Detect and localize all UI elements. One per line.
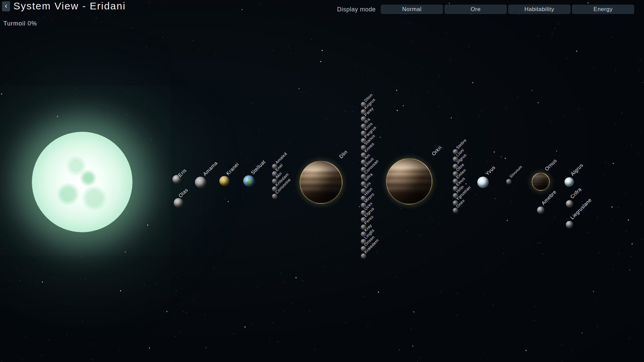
planet-yvus[interactable]: [477, 177, 489, 188]
mode-button-habitability[interactable]: Habitability: [508, 5, 571, 14]
system-view-screen: ErisOlasAmamaKraneiStelluatDlinOrkriYvus…: [0, 0, 644, 362]
planet-orkri[interactable]: [386, 158, 432, 204]
starfield: [0, 0, 0, 0]
planet-stelluat[interactable]: [243, 175, 255, 187]
planet-liegruslane[interactable]: [566, 221, 573, 228]
planet-kranei-label: Kranei: [225, 162, 240, 176]
planet-olas-label: Olas: [177, 187, 189, 199]
planet-amebre[interactable]: [537, 206, 544, 214]
planet-stivusuis[interactable]: [506, 179, 512, 184]
planet-ornus[interactable]: [532, 173, 550, 191]
planet-crifra[interactable]: [566, 200, 573, 207]
moon-amalea-label: Amalea: [275, 152, 288, 165]
planet-orkri-label: Orkri: [431, 145, 443, 157]
planet-stivusuis-label: Stivusuis: [508, 165, 523, 179]
back-chevron-icon: ‹: [5, 2, 7, 10]
star[interactable]: [32, 132, 132, 232]
planet-kranei[interactable]: [219, 176, 229, 186]
planet-amebre-label: Amebre: [540, 189, 557, 206]
planet-algrus-label: Algrus: [570, 163, 584, 177]
back-button[interactable]: ‹: [2, 1, 10, 11]
page-title: System View - Eridani: [13, 0, 126, 12]
planet-algrus[interactable]: [565, 177, 574, 187]
mode-button-ore[interactable]: Ore: [444, 5, 507, 14]
planet-dlin-label: Dlin: [338, 149, 348, 160]
moon-onex[interactable]: [453, 208, 458, 213]
planet-amama[interactable]: [195, 177, 206, 188]
display-mode-label: Display mode: [302, 6, 376, 13]
planet-yvus-label: Yvus: [484, 165, 496, 177]
planet-liegruslane-label: Liegruslane: [569, 197, 593, 221]
planet-ornus-label: Ornus: [544, 158, 558, 172]
planet-amama-label: Amama: [202, 160, 219, 177]
turmoil-indicator: Turmoil 0%: [3, 20, 37, 27]
planet-olas[interactable]: [174, 198, 183, 207]
planet-stelluat-label: Stelluat: [250, 159, 266, 176]
moon-corionrine[interactable]: [272, 194, 277, 199]
mode-button-energy[interactable]: Energy: [572, 5, 634, 14]
mode-button-normal[interactable]: Normal: [381, 5, 443, 14]
moon-kraledern[interactable]: [361, 253, 366, 259]
planet-dlin[interactable]: [300, 161, 342, 204]
planet-crifra-label: Crifra: [569, 187, 582, 200]
